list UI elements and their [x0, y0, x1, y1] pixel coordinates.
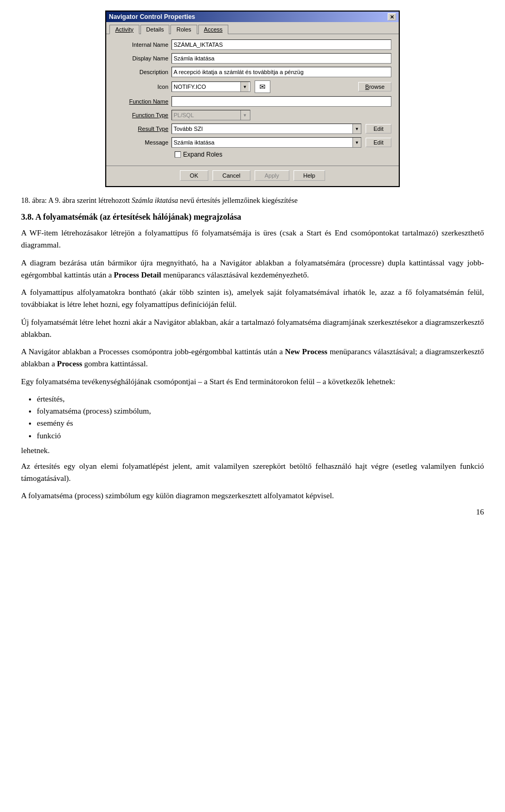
- paragraph-3: A folyamattípus alfolyamatokra bontható …: [21, 286, 484, 311]
- ok-button[interactable]: OK: [180, 170, 208, 181]
- result-type-label: Result Type: [114, 126, 171, 132]
- function-name-input[interactable]: [171, 96, 391, 107]
- function-type-label: Function Type: [114, 112, 171, 118]
- internal-name-input[interactable]: [171, 39, 391, 50]
- message-arrow[interactable]: ▼: [352, 138, 361, 147]
- icon-row: Icon NOTIFY.ICO ▼ ✉ Browse: [114, 80, 391, 93]
- message-select[interactable]: Számla iktatása ▼: [171, 137, 361, 148]
- function-type-arrow[interactable]: ▼: [240, 110, 249, 120]
- function-name-label: Function Name: [114, 98, 171, 105]
- function-type-row: Function Type PL/SQL ▼: [114, 110, 391, 120]
- dialog-tabs: Activity Details Roles Access: [106, 22, 399, 34]
- page-number: 16: [21, 508, 484, 517]
- tab-access[interactable]: Access: [198, 25, 228, 34]
- dialog-title: Navigator Control Properties: [109, 13, 195, 20]
- figure-caption: 18. ábra: A 9. ábra szerint létrehozott …: [21, 197, 484, 205]
- description-input[interactable]: [171, 67, 391, 77]
- close-button[interactable]: ✕: [388, 13, 396, 20]
- description-label: Description: [114, 69, 171, 75]
- list-item: folyamatséma (process) szimbólum,: [37, 405, 484, 417]
- display-name-row: Display Name: [114, 53, 391, 64]
- expand-roles-label: Expand Roles: [183, 151, 223, 158]
- process-detail-term: Process Detail: [114, 271, 161, 279]
- paragraph-6: Egy folyamatséma tevékenységhálójának cs…: [21, 376, 484, 388]
- dialog-titlebar: Navigator Control Properties ✕: [106, 12, 399, 22]
- dialog-body: Internal Name Display Name Description I…: [106, 34, 399, 166]
- paragraph-post-2: A folyamatséma (process) szimbólum egy k…: [21, 490, 484, 502]
- function-name-row: Function Name: [114, 96, 391, 107]
- tab-roles[interactable]: Roles: [170, 25, 197, 34]
- caption-italic: Számla iktatása: [132, 197, 178, 204]
- result-edit-button[interactable]: Edit: [366, 124, 391, 133]
- cancel-button[interactable]: Cancel: [213, 170, 250, 181]
- list-item: esemény és: [37, 417, 484, 429]
- message-label: Message: [114, 139, 171, 146]
- result-type-row: Result Type Tovább SZI ▼ Edit: [114, 124, 391, 134]
- message-edit-button[interactable]: Edit: [366, 138, 391, 147]
- description-row: Description: [114, 67, 391, 77]
- section-number: 3.8.: [21, 212, 34, 221]
- caption-suffix: nevű értesítés jellemzőinek kiegészítése: [178, 197, 298, 204]
- paragraph-2: A diagram bezárása után bármikor újra me…: [21, 257, 484, 282]
- internal-name-row: Internal Name: [114, 39, 391, 50]
- dialog-footer: OK Cancel Apply Help: [106, 166, 399, 186]
- caption-prefix: 18. ábra: A 9. ábra szerint létrehozott: [21, 197, 132, 204]
- list-item: funkció: [37, 430, 484, 442]
- display-name-label: Display Name: [114, 55, 171, 61]
- icon-select[interactable]: NOTIFY.ICO ▼: [171, 81, 250, 92]
- function-type-value: PL/SQL: [174, 112, 194, 118]
- help-button[interactable]: Help: [294, 170, 326, 181]
- process-button-term: Process: [57, 359, 82, 368]
- function-type-select[interactable]: PL/SQL ▼: [171, 110, 250, 120]
- result-type-value: Tovább SZI: [174, 126, 203, 132]
- internal-name-label: Internal Name: [114, 42, 171, 48]
- icon-label: Icon: [114, 84, 171, 90]
- icon-dropdown-arrow[interactable]: ▼: [240, 82, 249, 91]
- section-title: A folyamatsémák (az értesítések hálójána…: [35, 212, 241, 221]
- display-name-input[interactable]: [171, 53, 391, 64]
- expand-roles-checkbox[interactable]: [175, 151, 181, 158]
- new-process-term: New Process: [285, 347, 328, 356]
- email-icon: ✉: [255, 80, 270, 93]
- paragraph-post-1: Az értesítés egy olyan elemi folyamatlép…: [21, 460, 484, 485]
- section-heading: 3.8. A folyamatsémák (az értesítések hál…: [21, 212, 484, 222]
- result-type-select[interactable]: Tovább SZI ▼: [171, 124, 361, 134]
- tab-activity[interactable]: Activity: [109, 25, 139, 34]
- tab-details[interactable]: Details: [140, 25, 170, 34]
- paragraph-1: A WF-item létrehozásakor létrejön a foly…: [21, 227, 484, 252]
- list-item: értesítés,: [37, 393, 484, 405]
- browse-button[interactable]: Browse: [358, 82, 391, 91]
- navigator-control-properties-dialog: Navigator Control Properties ✕ Activity …: [105, 11, 400, 187]
- message-value: Számla iktatása: [174, 139, 215, 146]
- icon-select-value: NOTIFY.ICO: [174, 84, 206, 90]
- message-row: Message Számla iktatása ▼ Edit: [114, 137, 391, 148]
- paragraph-5: A Navigátor ablakban a Processes csomópo…: [21, 346, 484, 371]
- expand-roles-row: Expand Roles: [175, 151, 391, 158]
- paragraph-4: Új folyamatsémát létre lehet hozni akár …: [21, 316, 484, 341]
- bullet-list: értesítés, folyamatséma (process) szimbó…: [37, 393, 484, 442]
- apply-button[interactable]: Apply: [255, 170, 289, 181]
- lehetnek-text: lehetnek.: [21, 446, 484, 455]
- result-type-arrow[interactable]: ▼: [352, 124, 361, 133]
